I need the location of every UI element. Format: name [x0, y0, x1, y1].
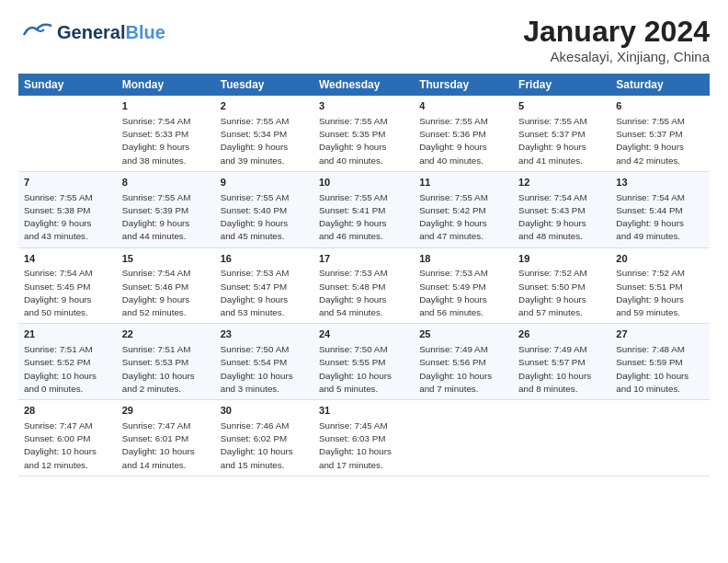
col-sunday: Sunday — [18, 74, 117, 96]
logo: GeneralBlue — [18, 15, 165, 50]
day-number: 18 — [419, 252, 507, 267]
day-number: 14 — [24, 252, 111, 267]
week-row-2: 7Sunrise: 7:55 AM Sunset: 5:38 PM Daylig… — [18, 171, 710, 247]
location: Akesalayi, Xinjiang, China — [523, 49, 710, 64]
day-info: Sunrise: 7:54 AM Sunset: 5:43 PM Dayligh… — [518, 191, 605, 244]
day-info: Sunrise: 7:53 AM Sunset: 5:49 PM Dayligh… — [419, 267, 507, 319]
day-cell: 13Sunrise: 7:54 AM Sunset: 5:44 PM Dayli… — [610, 171, 710, 247]
day-number: 16 — [221, 252, 308, 267]
col-thursday: Thursday — [414, 74, 513, 96]
day-cell: 6Sunrise: 7:55 AM Sunset: 5:37 PM Daylig… — [610, 96, 710, 171]
day-info: Sunrise: 7:47 AM Sunset: 6:00 PM Dayligh… — [24, 419, 111, 472]
day-info: Sunrise: 7:54 AM Sunset: 5:46 PM Dayligh… — [122, 267, 210, 319]
day-cell: 9Sunrise: 7:55 AM Sunset: 5:40 PM Daylig… — [215, 171, 313, 247]
day-info: Sunrise: 7:55 AM Sunset: 5:39 PM Dayligh… — [122, 191, 210, 244]
day-cell — [513, 400, 610, 477]
day-info: Sunrise: 7:54 AM Sunset: 5:44 PM Dayligh… — [616, 191, 704, 244]
day-number: 13 — [616, 176, 704, 190]
day-number: 17 — [319, 252, 408, 267]
day-cell: 25Sunrise: 7:49 AM Sunset: 5:56 PM Dayli… — [414, 324, 513, 400]
col-monday: Monday — [117, 74, 215, 96]
calendar-body: 1Sunrise: 7:54 AM Sunset: 5:33 PM Daylig… — [18, 96, 710, 476]
month-title: January 2024 — [523, 15, 710, 49]
day-number: 4 — [419, 99, 507, 114]
day-cell: 15Sunrise: 7:54 AM Sunset: 5:46 PM Dayli… — [117, 247, 215, 324]
day-info: Sunrise: 7:55 AM Sunset: 5:36 PM Dayligh… — [419, 115, 507, 167]
day-number: 27 — [616, 327, 704, 342]
day-number: 26 — [518, 327, 605, 342]
day-cell: 26Sunrise: 7:49 AM Sunset: 5:57 PM Dayli… — [513, 324, 610, 400]
col-friday: Friday — [513, 74, 610, 96]
day-number: 31 — [319, 404, 408, 419]
day-cell: 4Sunrise: 7:55 AM Sunset: 5:36 PM Daylig… — [414, 96, 513, 171]
day-cell: 17Sunrise: 7:53 AM Sunset: 5:48 PM Dayli… — [313, 247, 414, 324]
day-info: Sunrise: 7:52 AM Sunset: 5:51 PM Dayligh… — [616, 267, 704, 319]
day-info: Sunrise: 7:51 AM Sunset: 5:52 PM Dayligh… — [24, 343, 111, 396]
col-tuesday: Tuesday — [215, 74, 313, 96]
week-row-4: 21Sunrise: 7:51 AM Sunset: 5:52 PM Dayli… — [18, 324, 710, 400]
day-info: Sunrise: 7:55 AM Sunset: 5:38 PM Dayligh… — [24, 191, 111, 244]
day-cell: 29Sunrise: 7:47 AM Sunset: 6:01 PM Dayli… — [117, 400, 215, 477]
page: GeneralBlue January 2024 Akesalayi, Xinj… — [0, 0, 728, 486]
day-cell: 22Sunrise: 7:51 AM Sunset: 5:53 PM Dayli… — [117, 324, 215, 400]
day-number: 28 — [24, 404, 111, 419]
day-cell: 24Sunrise: 7:50 AM Sunset: 5:55 PM Dayli… — [313, 324, 414, 400]
day-cell: 16Sunrise: 7:53 AM Sunset: 5:47 PM Dayli… — [215, 247, 313, 324]
day-cell: 11Sunrise: 7:55 AM Sunset: 5:42 PM Dayli… — [414, 171, 513, 247]
day-info: Sunrise: 7:55 AM Sunset: 5:37 PM Dayligh… — [616, 115, 704, 167]
day-number: 2 — [221, 99, 308, 114]
day-number: 19 — [518, 252, 605, 267]
day-cell: 23Sunrise: 7:50 AM Sunset: 5:54 PM Dayli… — [215, 324, 313, 400]
day-number: 15 — [122, 252, 210, 267]
day-info: Sunrise: 7:54 AM Sunset: 5:45 PM Dayligh… — [24, 267, 111, 319]
day-number: 3 — [319, 99, 408, 114]
col-wednesday: Wednesday — [313, 74, 414, 96]
day-info: Sunrise: 7:46 AM Sunset: 6:02 PM Dayligh… — [221, 419, 308, 472]
day-cell: 31Sunrise: 7:45 AM Sunset: 6:03 PM Dayli… — [313, 400, 414, 477]
header-row: Sunday Monday Tuesday Wednesday Thursday… — [18, 74, 710, 96]
day-number: 10 — [319, 176, 408, 190]
day-cell: 28Sunrise: 7:47 AM Sunset: 6:00 PM Dayli… — [18, 400, 117, 477]
day-cell: 21Sunrise: 7:51 AM Sunset: 5:52 PM Dayli… — [18, 324, 117, 400]
week-row-5: 28Sunrise: 7:47 AM Sunset: 6:00 PM Dayli… — [18, 400, 710, 477]
day-number: 11 — [419, 176, 507, 190]
day-number: 22 — [122, 327, 210, 342]
day-number: 24 — [319, 327, 408, 342]
logo-blue: Blue — [125, 22, 165, 42]
week-row-1: 1Sunrise: 7:54 AM Sunset: 5:33 PM Daylig… — [18, 96, 710, 171]
day-number: 21 — [24, 327, 111, 342]
day-cell: 27Sunrise: 7:48 AM Sunset: 5:59 PM Dayli… — [610, 324, 710, 400]
day-info: Sunrise: 7:51 AM Sunset: 5:53 PM Dayligh… — [122, 343, 210, 396]
logo-general: General — [57, 22, 125, 42]
day-info: Sunrise: 7:45 AM Sunset: 6:03 PM Dayligh… — [319, 419, 408, 472]
day-info: Sunrise: 7:49 AM Sunset: 5:56 PM Dayligh… — [419, 343, 507, 396]
day-number: 1 — [122, 99, 210, 114]
title-block: January 2024 Akesalayi, Xinjiang, China — [523, 15, 710, 64]
day-cell: 30Sunrise: 7:46 AM Sunset: 6:02 PM Dayli… — [215, 400, 313, 477]
day-info: Sunrise: 7:52 AM Sunset: 5:50 PM Dayligh… — [518, 267, 605, 319]
day-cell: 2Sunrise: 7:55 AM Sunset: 5:34 PM Daylig… — [215, 96, 313, 171]
day-number: 9 — [221, 176, 308, 190]
day-cell: 8Sunrise: 7:55 AM Sunset: 5:39 PM Daylig… — [117, 171, 215, 247]
day-info: Sunrise: 7:55 AM Sunset: 5:34 PM Dayligh… — [221, 115, 308, 167]
day-cell: 10Sunrise: 7:55 AM Sunset: 5:41 PM Dayli… — [313, 171, 414, 247]
day-number: 6 — [616, 99, 704, 114]
logo-icon — [18, 15, 53, 50]
day-info: Sunrise: 7:47 AM Sunset: 6:01 PM Dayligh… — [122, 419, 210, 472]
day-cell: 1Sunrise: 7:54 AM Sunset: 5:33 PM Daylig… — [117, 96, 215, 171]
day-info: Sunrise: 7:53 AM Sunset: 5:48 PM Dayligh… — [319, 267, 408, 319]
day-cell: 18Sunrise: 7:53 AM Sunset: 5:49 PM Dayli… — [414, 247, 513, 324]
week-row-3: 14Sunrise: 7:54 AM Sunset: 5:45 PM Dayli… — [18, 247, 710, 324]
day-number: 20 — [616, 252, 704, 267]
day-number: 25 — [419, 327, 507, 342]
day-number: 23 — [221, 327, 308, 342]
day-number: 29 — [122, 404, 210, 419]
day-number: 12 — [518, 176, 605, 190]
calendar-table: Sunday Monday Tuesday Wednesday Thursday… — [18, 74, 710, 477]
day-number: 7 — [24, 176, 111, 190]
day-cell: 7Sunrise: 7:55 AM Sunset: 5:38 PM Daylig… — [18, 171, 117, 247]
day-info: Sunrise: 7:50 AM Sunset: 5:55 PM Dayligh… — [319, 343, 408, 396]
day-cell — [18, 96, 117, 171]
day-cell — [610, 400, 710, 477]
day-info: Sunrise: 7:55 AM Sunset: 5:42 PM Dayligh… — [419, 191, 507, 244]
